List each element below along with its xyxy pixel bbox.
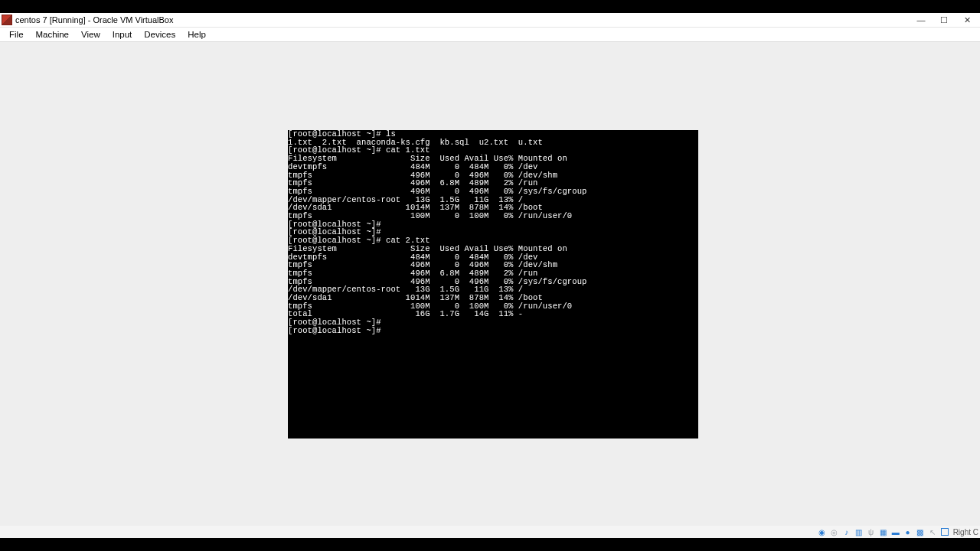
menu-view[interactable]: View	[75, 29, 106, 40]
letterbox-bottom	[0, 538, 980, 551]
hdd-icon: ◉	[817, 527, 828, 537]
window-titlebar: centos 7 [Running] - Oracle VM VirtualBo…	[0, 13, 980, 28]
network-icon: ▥	[854, 527, 864, 537]
menubar: File Machine View Input Devices Help	[0, 28, 980, 42]
statusbar: ◉ ◎ ♪ ▥ ψ ▦ ▬ ● ▩ ↖ Right C	[0, 526, 980, 538]
letterbox-top	[0, 0, 980, 13]
maximize-button[interactable]: ☐	[933, 13, 956, 28]
menu-devices[interactable]: Devices	[138, 29, 181, 40]
display-icon: ▬	[890, 527, 901, 537]
hostkey-label: Right C	[953, 528, 978, 536]
recording-icon: ●	[903, 527, 913, 537]
cpu-icon: ▩	[915, 527, 926, 537]
guest-terminal[interactable]: [root@localhost ~]# ls 1.txt 2.txt anaco…	[288, 130, 698, 439]
guest-display[interactable]: [root@localhost ~]# ls 1.txt 2.txt anaco…	[0, 42, 980, 526]
audio-icon: ♪	[841, 527, 852, 537]
menu-file[interactable]: File	[3, 29, 30, 40]
hostkey-icon	[939, 527, 950, 537]
window-title: centos 7 [Running] - Oracle VM VirtualBo…	[15, 15, 173, 24]
menu-machine[interactable]: Machine	[30, 29, 75, 40]
shared-folder-icon: ▦	[878, 527, 889, 537]
menu-input[interactable]: Input	[106, 29, 139, 40]
virtualbox-icon	[2, 15, 12, 25]
close-button[interactable]: ✕	[956, 13, 978, 28]
minimize-button[interactable]: —	[910, 13, 933, 28]
optical-icon: ◎	[829, 527, 840, 537]
menu-help[interactable]: Help	[181, 29, 212, 40]
usb-icon: ψ	[866, 527, 877, 537]
mouse-icon: ↖	[927, 527, 938, 537]
virtualbox-window: centos 7 [Running] - Oracle VM VirtualBo…	[0, 13, 980, 538]
